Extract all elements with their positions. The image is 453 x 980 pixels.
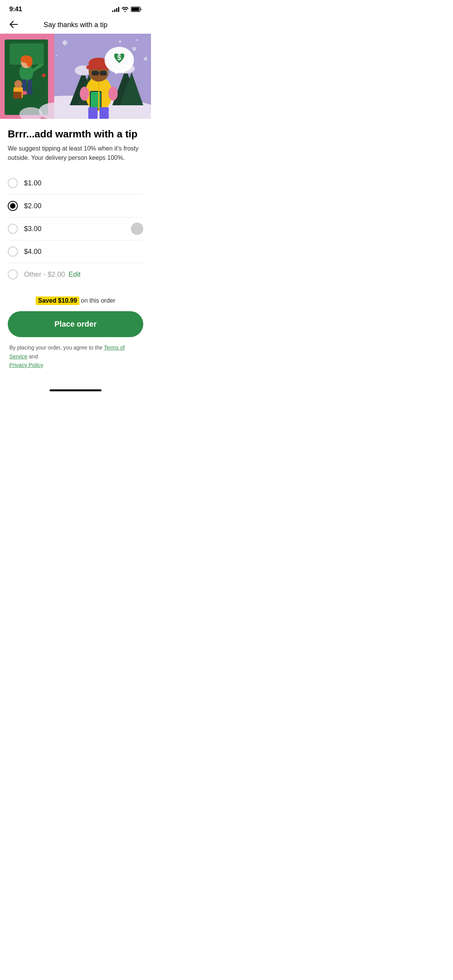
svg-rect-44 (88, 107, 98, 119)
tip-option-2[interactable]: $2.00 (8, 195, 143, 218)
wifi-icon (122, 7, 129, 12)
svg-point-16 (42, 74, 46, 77)
status-icons (112, 7, 142, 12)
legal-text: By placing your order, you agree to the … (8, 343, 143, 369)
tip-option-4[interactable]: $4.00 (8, 240, 143, 263)
section-description: We suggest tipping at least 10% when it'… (8, 144, 143, 163)
svg-text:$: $ (117, 54, 121, 62)
svg-text:✻: ✻ (143, 56, 148, 62)
svg-rect-29 (13, 92, 22, 99)
legal-period: . (43, 362, 44, 368)
legal-prefix: By placing your order, you agree to the (9, 344, 104, 351)
tip-edit-link[interactable]: Edit (69, 271, 81, 278)
radio-4 (8, 247, 18, 257)
tip-option-other[interactable]: Other - $2.00 Edit (8, 263, 143, 286)
tip-label-1: $1.00 (24, 179, 41, 187)
home-bar (50, 389, 101, 391)
svg-rect-37 (100, 71, 107, 75)
svg-text:✻: ✻ (62, 39, 68, 47)
svg-rect-45 (100, 107, 109, 119)
section-title: Brrr...add warmth with a tip (8, 128, 143, 140)
radio-1 (8, 178, 18, 188)
svg-point-41 (80, 87, 89, 101)
status-bar: 9:41 (0, 0, 151, 16)
svg-rect-1 (132, 8, 139, 11)
savings-suffix: on this order (81, 297, 115, 304)
svg-point-21 (26, 56, 33, 67)
radio-other (8, 269, 18, 279)
svg-text:•: • (68, 62, 69, 65)
svg-point-42 (108, 87, 118, 101)
svg-text:✦: ✦ (136, 38, 139, 42)
svg-rect-36 (92, 71, 99, 75)
radio-3 (8, 224, 18, 234)
drag-handle[interactable] (131, 223, 143, 235)
svg-text:•: • (56, 53, 58, 58)
tip-label-other: Other - $2.00 Edit (24, 271, 81, 279)
legal-and: and (27, 353, 38, 360)
svg-rect-23 (22, 79, 26, 93)
privacy-policy-link[interactable]: Privacy Policy (9, 362, 43, 368)
place-order-button[interactable]: Place order (8, 311, 143, 337)
tip-option-1[interactable]: $1.00 (8, 172, 143, 195)
header: Say thanks with a tip (0, 16, 151, 34)
content-area: Brrr...add warmth with a tip We suggest … (0, 119, 151, 386)
signal-bars-icon (112, 7, 119, 12)
tip-options-list: $1.00 $2.00 $3.00 $4.00 Other - (8, 172, 143, 286)
svg-text:✦: ✦ (118, 39, 122, 45)
svg-point-56 (39, 103, 70, 119)
svg-rect-24 (28, 79, 32, 93)
back-button[interactable] (8, 19, 19, 31)
hero-svg: $ ✻ ❄ ✦ • • ✻ ✦ (0, 34, 151, 119)
page-title: Say thanks with a tip (43, 21, 107, 29)
savings-row: Saved $10.99 on this order (8, 289, 143, 311)
tip-label-4: $4.00 (24, 248, 41, 256)
tip-label-2: $2.00 (24, 202, 41, 210)
tip-other-value: Other - $2.00 (24, 271, 65, 278)
svg-text:❄: ❄ (132, 46, 137, 52)
tip-option-3[interactable]: $3.00 (8, 218, 143, 240)
tip-label-3: $3.00 (24, 225, 41, 233)
back-arrow-icon (9, 21, 18, 28)
home-indicator (0, 386, 151, 396)
hero-illustration: $ ✻ ❄ ✦ • • ✻ ✦ (0, 34, 151, 119)
radio-2 (8, 201, 18, 211)
svg-point-28 (14, 80, 22, 88)
radio-inner-2 (10, 203, 15, 209)
savings-amount: Saved $10.99 (36, 296, 79, 305)
status-time: 9:41 (9, 5, 22, 13)
svg-point-26 (27, 91, 33, 95)
battery-icon (131, 7, 142, 12)
